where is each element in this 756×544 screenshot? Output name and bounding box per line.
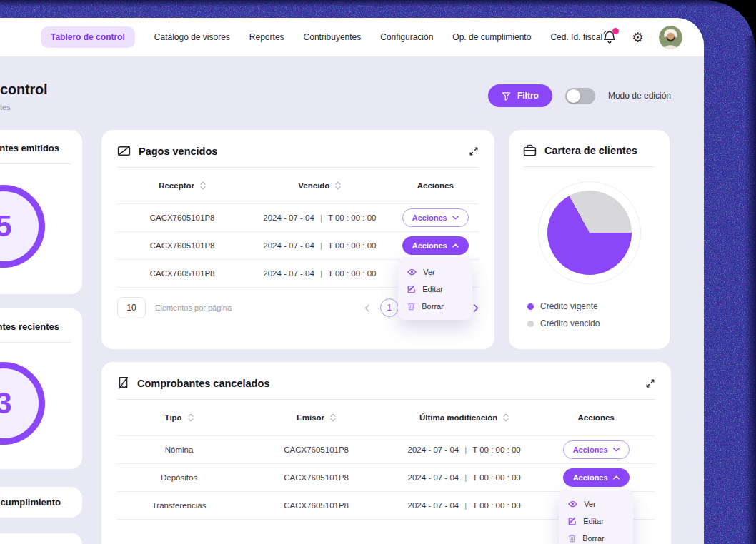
filter-button[interactable]: Filtro <box>488 84 552 107</box>
legend-label: Crédito vencido <box>540 318 600 328</box>
stat-value: 3 <box>0 386 12 420</box>
cell-time: T 00 : 00 : 00 <box>328 241 377 250</box>
nav-item-reportes[interactable]: Reportes <box>249 32 284 42</box>
actions-button-label: Acciones <box>573 445 608 454</box>
cell-date: 2024 - 07 - 04 <box>408 445 459 454</box>
cell-receptor: CACX7605101P8 <box>117 241 247 250</box>
menu-item-borrar[interactable]: Borrar <box>407 302 463 311</box>
legend-label: Crédito vigente <box>540 301 598 311</box>
nav-item-catalogo-de-visores[interactable]: Catálogo de visores <box>154 32 230 42</box>
chevron-down-icon <box>452 216 459 220</box>
cell-time: T 00 : 00 : 00 <box>328 269 377 278</box>
legend-dot <box>527 303 534 310</box>
eye-icon <box>407 268 417 276</box>
column-header: Acciones <box>417 181 454 190</box>
datetime-separator: | <box>320 213 322 222</box>
actions-dropdown-button-open[interactable]: Acciones <box>402 236 469 255</box>
cell-date: 2024 - 07 - 04 <box>408 501 459 510</box>
header-controls: Filtro Modo de edición <box>488 84 671 107</box>
notification-dot <box>612 28 619 34</box>
actions-button-label: Acciones <box>412 241 447 250</box>
sort-icon[interactable] <box>200 181 206 190</box>
sort-icon[interactable] <box>330 413 336 422</box>
nav-item-ced-id-fiscal[interactable]: Céd. Id. fiscal <box>550 32 602 42</box>
menu-item-label: Borrar <box>582 534 605 543</box>
toggle-knob <box>567 89 580 103</box>
chevron-up-icon <box>452 243 459 248</box>
datetime-separator: | <box>320 241 322 250</box>
expand-icon <box>645 378 655 388</box>
edit-icon <box>407 285 416 293</box>
stat-card-cumplimiento: cumplimiento <box>0 487 82 518</box>
card-title: Pagos vencidos <box>139 146 461 157</box>
previous-page-button[interactable] <box>364 304 369 312</box>
nav-item-configuracion[interactable]: Configuración <box>380 32 433 42</box>
cell-time: T 00 : 00 : 00 <box>472 473 521 482</box>
menu-item-editar[interactable]: Editar <box>407 285 463 293</box>
page-button-1[interactable]: 1 <box>380 298 399 317</box>
cell-date: 2024 - 07 - 04 <box>263 269 314 278</box>
page-size-input[interactable]: 10 <box>117 297 146 318</box>
card-title: Comprobantes cancelados <box>137 378 637 389</box>
menu-item-ver[interactable]: Ver <box>568 500 624 508</box>
cell-emisor: CACX7605101P8 <box>241 445 392 454</box>
sort-icon[interactable] <box>188 413 194 422</box>
top-nav-bar: Tablero de control Catálogo de visores R… <box>0 18 704 57</box>
user-avatar[interactable] <box>659 26 682 49</box>
table-row: Nómina CACX7605101P8 2024 - 07 - 04|T 00… <box>117 436 655 464</box>
nav-item-op-de-cumplimiento[interactable]: Op. de cumplimiento <box>452 32 531 42</box>
stat-value: 5 <box>0 209 12 243</box>
column-header: Emisor <box>297 413 324 422</box>
menu-item-editar[interactable]: Editar <box>568 517 624 525</box>
legend-item: Crédito vigente <box>527 301 655 311</box>
cell-tipo: Depósitos <box>117 473 241 482</box>
column-header: Vencido <box>298 181 329 190</box>
menu-item-ver[interactable]: Ver <box>407 268 463 276</box>
cell-date: 2024 - 07 - 04 <box>263 213 314 222</box>
briefcase-icon <box>523 144 537 157</box>
actions-menu: Ver Editar Borrar <box>398 257 472 320</box>
sort-icon[interactable] <box>503 413 509 422</box>
sort-icon[interactable] <box>335 181 341 190</box>
stat-card-title: ntes recientes <box>0 321 82 332</box>
expand-button[interactable] <box>469 146 479 156</box>
actions-dropdown-button[interactable]: Acciones <box>402 208 469 227</box>
receipt-off-icon <box>117 376 129 390</box>
expand-button[interactable] <box>645 378 655 388</box>
cell-receptor: CACX7605101P8 <box>117 269 247 278</box>
nav-item-contribuyentes[interactable]: Contribuyentes <box>304 32 362 42</box>
page-size-label: Elementos por página <box>155 303 232 312</box>
page-title: control <box>0 81 47 98</box>
main-nav: Tablero de control Catálogo de visores R… <box>41 26 602 48</box>
actions-dropdown-button-open[interactable]: Acciones <box>563 468 630 487</box>
expand-icon <box>469 146 479 156</box>
table-header-row: Receptor Vencido Acciones <box>117 168 479 204</box>
edit-mode-toggle[interactable] <box>565 88 595 104</box>
stat-card-partial <box>0 533 82 544</box>
table-row: Depósitos CACX7605101P8 2024 - 07 - 04|T… <box>117 464 655 492</box>
main-column: Pagos vencidos Receptor <box>101 130 671 544</box>
cell-time: T 00 : 00 : 00 <box>472 445 521 454</box>
notifications-button[interactable] <box>602 30 617 45</box>
card-title: Cartera de clientes <box>544 145 655 156</box>
cell-tipo: Transferencias <box>117 501 241 510</box>
pie-chart <box>547 191 632 275</box>
stats-column: ntes emitidos 5 ntes recientes 3 cumplim… <box>0 130 82 544</box>
chart-legend: Crédito vigente Crédito vencido <box>523 301 655 328</box>
trash-icon <box>568 534 576 543</box>
next-page-button[interactable] <box>474 304 479 312</box>
nav-item-tablero-de-control[interactable]: Tablero de control <box>41 26 135 48</box>
pagos-vencidos-card: Pagos vencidos Receptor <box>101 130 494 349</box>
cell-receptor: CACX7605101P8 <box>117 213 247 222</box>
filter-funnel-icon <box>502 91 511 101</box>
stat-circle: 5 <box>0 185 45 268</box>
cell-date: 2024 - 07 - 04 <box>408 473 459 482</box>
cell-time: T 00 : 00 : 00 <box>472 501 521 510</box>
cell-emisor: CACX7605101P8 <box>241 473 392 482</box>
actions-dropdown-button[interactable]: Acciones <box>563 440 630 459</box>
menu-item-borrar[interactable]: Borrar <box>568 534 624 543</box>
stat-card-recientes: ntes recientes 3 <box>0 308 82 469</box>
chevron-down-icon <box>613 448 620 452</box>
menu-item-label: Ver <box>584 500 596 508</box>
settings-button[interactable]: ⚙ <box>632 31 644 44</box>
